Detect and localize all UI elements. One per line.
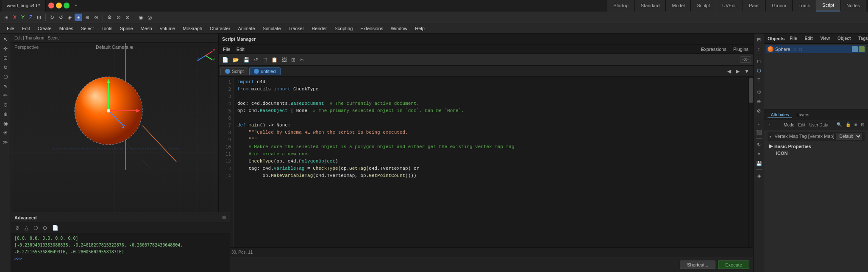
attr-up-btn[interactable]: ↑ bbox=[775, 122, 779, 127]
lt-select-btn[interactable]: ↖ bbox=[1, 35, 10, 44]
sm-grid-btn[interactable]: ⊞ bbox=[289, 56, 297, 64]
toolbar-btn-world[interactable]: ⊡ bbox=[35, 14, 43, 21]
menu-window[interactable]: Window bbox=[387, 25, 411, 32]
sm-new-btn[interactable]: 📄 bbox=[220, 56, 230, 64]
attr-userdata-tab[interactable]: User Data bbox=[808, 122, 829, 128]
sm-tab-dropdown[interactable]: ▼ bbox=[743, 67, 751, 75]
attr-edit-tab[interactable]: Edit bbox=[797, 122, 807, 128]
sphere-tag-2[interactable] bbox=[859, 46, 865, 52]
tab-track[interactable]: Track bbox=[793, 0, 816, 11]
menu-create[interactable]: Create bbox=[34, 25, 55, 32]
toolbar-btn-render[interactable]: ◈ bbox=[66, 14, 73, 21]
console-filter-btn[interactable]: ⬡ bbox=[32, 224, 39, 232]
ri-btn-down[interactable]: ↓ bbox=[755, 119, 763, 127]
sphere-tag-1[interactable] bbox=[852, 46, 858, 52]
sm-capture-btn[interactable]: 🖼 bbox=[280, 56, 289, 64]
console-doc-btn[interactable]: 📄 bbox=[50, 224, 60, 232]
toolbar-btn-config[interactable]: ⚙ bbox=[106, 14, 114, 21]
attr-tab-layers[interactable]: Layers bbox=[793, 112, 812, 118]
sm-tab-script[interactable]: Script bbox=[220, 67, 248, 75]
ri-btn-list[interactable]: ≡ bbox=[755, 150, 763, 158]
menu-modes[interactable]: Modes bbox=[56, 25, 77, 32]
object-item-sphere[interactable]: Sphere ◻ ◻ bbox=[766, 45, 866, 53]
menu-mesh[interactable]: Mesh bbox=[137, 25, 156, 32]
sm-menu-plugins[interactable]: Plugins bbox=[731, 46, 751, 52]
maximize-btn[interactable] bbox=[64, 3, 70, 8]
sm-save-btn[interactable]: 💾 bbox=[242, 56, 251, 64]
ri-btn-flip[interactable]: ⬛ bbox=[755, 128, 763, 137]
toolbar-btn-active[interactable]: ⊞ bbox=[75, 14, 82, 21]
ri-btn-3[interactable]: ◻ bbox=[755, 57, 763, 65]
menu-tools[interactable]: Tools bbox=[98, 25, 116, 32]
code-editor[interactable]: 12345 678910 11121314 import c4d from mx… bbox=[219, 77, 753, 257]
sm-paste-btn[interactable]: 📋 bbox=[270, 56, 279, 64]
ri-btn-cube[interactable]: ⬡ bbox=[755, 66, 763, 75]
console-clear-btn[interactable]: ⊘ bbox=[14, 224, 21, 232]
menu-volume[interactable]: Volume bbox=[156, 25, 179, 32]
menu-tracker[interactable]: Tracker bbox=[285, 25, 308, 32]
objects-file-menu[interactable]: File bbox=[786, 36, 800, 41]
menu-extensions[interactable]: Extensions bbox=[357, 25, 387, 32]
lt-light-btn[interactable]: ☀ bbox=[1, 129, 10, 137]
menu-mograph[interactable]: MoGraph bbox=[179, 25, 206, 32]
toolbar-btn-move[interactable]: ⊕ bbox=[83, 14, 91, 21]
ri-btn-no[interactable]: ⊘ bbox=[755, 107, 763, 115]
toolbar-btn-sym[interactable]: ⊙ bbox=[115, 14, 122, 21]
lt-sculpt-btn[interactable]: ⊙ bbox=[1, 101, 10, 109]
tab-nodes[interactable]: Nodes bbox=[840, 0, 866, 11]
objects-tags-menu[interactable]: Tags bbox=[855, 36, 868, 41]
sm-nav-left[interactable]: ◀ bbox=[726, 67, 733, 75]
toolbar-btn-grid[interactable]: ⊞ bbox=[3, 14, 10, 21]
sm-cut-btn[interactable]: ✂ bbox=[298, 56, 306, 64]
toolbar-btn-scale[interactable]: ⊗ bbox=[92, 14, 100, 21]
sm-menu-edit[interactable]: Edit bbox=[234, 46, 247, 52]
attr-mode-tab[interactable]: Mode bbox=[782, 122, 796, 128]
tab-model[interactable]: Model bbox=[666, 0, 691, 11]
ri-btn-text[interactable]: T bbox=[755, 76, 763, 84]
console-warn-btn[interactable]: △ bbox=[23, 224, 30, 232]
sm-open-btn[interactable]: 📂 bbox=[231, 56, 241, 64]
menu-animate[interactable]: Animate bbox=[234, 25, 258, 32]
console-circle-btn[interactable]: ⊙ bbox=[41, 224, 49, 232]
lt-poly-btn[interactable]: ⬡ bbox=[1, 73, 10, 81]
menu-render[interactable]: Render bbox=[308, 25, 330, 32]
console-settings-icon[interactable]: ⚙ bbox=[222, 215, 226, 221]
add-tab-btn[interactable]: + bbox=[75, 3, 77, 8]
tab-standard[interactable]: Standard bbox=[635, 0, 666, 11]
attr-lock-btn[interactable]: 🔒 bbox=[844, 122, 852, 127]
tab-script[interactable]: Script bbox=[816, 0, 840, 11]
close-btn[interactable] bbox=[48, 3, 54, 8]
lt-paint-btn[interactable]: ✏ bbox=[1, 91, 10, 100]
toolbar-btn-extra[interactable]: ⊛ bbox=[124, 14, 131, 21]
menu-file[interactable]: File bbox=[3, 25, 18, 32]
menu-edit[interactable]: Edit bbox=[19, 25, 33, 32]
attr-default-dropdown[interactable]: Default bbox=[836, 133, 862, 140]
sm-menu-file[interactable]: File bbox=[220, 46, 233, 52]
lt-spline-btn[interactable]: ∿ bbox=[1, 82, 10, 90]
code-text[interactable]: import c4d from mxutils import CheckType… bbox=[234, 77, 748, 247]
attr-tab-attributes[interactable]: Attributes bbox=[768, 112, 792, 118]
lt-measure-btn[interactable]: ⊕ bbox=[1, 110, 10, 118]
lt-scale-btn[interactable]: ⊡ bbox=[1, 54, 10, 62]
sm-copy-btn[interactable]: ⬚ bbox=[261, 56, 269, 64]
toolbar-rotate-ccw[interactable]: ↺ bbox=[57, 14, 65, 21]
lt-rotate-btn[interactable]: ↻ bbox=[1, 63, 10, 72]
ri-btn-save[interactable]: 💾 bbox=[755, 159, 763, 168]
toolbar-btn-mod[interactable]: ◎ bbox=[146, 14, 153, 21]
attr-search-btn[interactable]: 🔍 bbox=[835, 122, 843, 127]
sphere-render-btn[interactable]: ◻ bbox=[799, 47, 802, 51]
objects-object-menu[interactable]: Object bbox=[834, 36, 854, 41]
menu-simulate[interactable]: Simulate bbox=[259, 25, 284, 32]
execute-btn[interactable]: Execute bbox=[718, 261, 749, 269]
attr-extra-btn[interactable]: ≡ bbox=[853, 122, 858, 127]
menu-select[interactable]: Select bbox=[78, 25, 97, 32]
tab-groom[interactable]: Groom bbox=[766, 0, 793, 11]
toolbar-snap-btn[interactable]: ◉ bbox=[137, 14, 145, 21]
toolbar-btn-z[interactable]: Z bbox=[28, 14, 34, 21]
tab-startup[interactable]: Startup bbox=[607, 0, 634, 11]
ri-btn-1[interactable]: ⊞ bbox=[755, 35, 763, 44]
ri-btn-tree[interactable]: ❋ bbox=[755, 97, 763, 106]
sm-reload-btn[interactable]: ↺ bbox=[252, 56, 260, 64]
shortcut-btn[interactable]: Shortcut... bbox=[680, 261, 715, 269]
toolbar-btn-x[interactable]: X bbox=[11, 14, 18, 21]
